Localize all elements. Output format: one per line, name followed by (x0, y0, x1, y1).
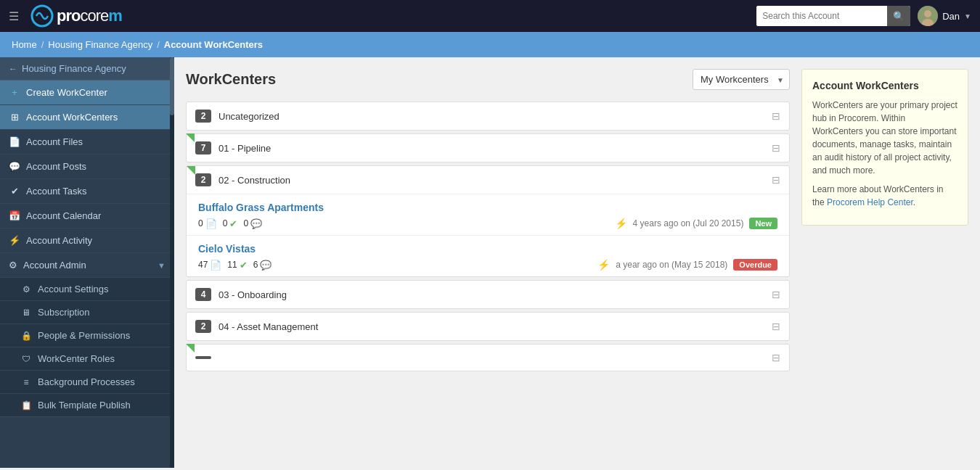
wc-row-label: Uncategorized (219, 111, 772, 122)
workcenter-row-asset-mgmt[interactable]: 2 04 - Asset Management ⊟ (186, 312, 790, 341)
construction-header-wrap: 2 02 - Construction ⊟ (187, 166, 789, 194)
hamburger-icon[interactable]: ☰ (9, 9, 19, 23)
breadcrumb-sep-1: / (41, 39, 44, 50)
right-panel-title: Account WorkCenters (812, 80, 957, 91)
filter-select-wrapper: My Workcenters All Workcenters (693, 69, 790, 90)
meta-left: 47 📄 11 ✔ 6 💬 (198, 260, 271, 271)
badge-new: New (749, 218, 777, 229)
search-input[interactable] (756, 6, 887, 26)
comment-icon: 💬 (250, 218, 262, 229)
wc-collapse-icon: ⊟ (772, 289, 780, 300)
workcenter-row-pipeline[interactable]: 7 01 - Pipeline ⊟ (186, 133, 790, 162)
sidebar-sub-workcenter-roles[interactable]: 🛡 WorkCenter Roles (0, 347, 174, 371)
user-name: Dan (942, 11, 960, 22)
pipeline-triangle (186, 133, 195, 142)
file-count: 47 (198, 260, 208, 270)
list-icon: ≡ (20, 377, 32, 387)
workcenter-row-onboarding[interactable]: 4 03 - Onboarding ⊟ (186, 280, 790, 309)
sub-item-label: Bulk Template Publish (38, 400, 131, 411)
sidebar-back-button[interactable]: ← Housing Finance Agency (0, 57, 174, 81)
sidebar-item-account-workcenters[interactable]: ⊞ Account WorkCenters (0, 105, 174, 130)
sub-item-label: Background Processes (38, 376, 135, 387)
sidebar-back-label: Housing Finance Agency (22, 63, 126, 74)
sidebar-sub-background-processes[interactable]: ≡ Background Processes (0, 371, 174, 394)
lightning-icon: ⚡ (615, 218, 627, 229)
back-arrow-icon: ← (9, 64, 17, 74)
sidebar-item-account-posts[interactable]: 💬 Account Posts (0, 154, 174, 179)
project-meta-buffalo: 0 📄 0 ✔ 0 💬 (198, 218, 777, 229)
sub-item-label: Account Settings (38, 284, 109, 294)
sidebar-item-label: Account Posts (26, 161, 86, 172)
admin-gear-icon: ⚙ (9, 260, 17, 271)
right-panel-para2: Learn more about WorkCenters in the Proc… (812, 183, 957, 209)
user-area[interactable]: Dan ▼ (918, 6, 971, 26)
sidebar-item-label: Create WorkCenter (26, 87, 107, 98)
search-button[interactable]: 🔍 (887, 6, 910, 26)
file-icon: 📄 (210, 260, 221, 271)
subscription-icon: 🖥 (20, 308, 32, 318)
calendar-icon: 📅 (9, 210, 20, 221)
workcenter-row-uncategorized[interactable]: 2 Uncategorized ⊟ (186, 102, 790, 131)
page-title: WorkCenters (186, 71, 276, 88)
sidebar-item-account-files[interactable]: 📄 Account Files (0, 130, 174, 154)
wc-pipeline-container: 7 01 - Pipeline ⊟ (186, 133, 790, 162)
workcenter-row-next[interactable]: ⊟ (186, 344, 790, 371)
sidebar-sub-bulk-template[interactable]: 📋 Bulk Template Publish (0, 394, 174, 417)
wc-collapse-icon: ⊟ (772, 174, 780, 186)
sidebar-item-account-activity[interactable]: ⚡ Account Activity (0, 228, 174, 253)
next-triangle (186, 344, 195, 352)
wc-badge: 2 (195, 173, 211, 186)
wc-row-label: 04 - Asset Management (219, 321, 772, 332)
sidebar-item-create-workcenter[interactable]: + Create WorkCenter (0, 81, 174, 105)
workcenter-construction-header[interactable]: 2 02 - Construction ⊟ (187, 166, 789, 194)
meta-comments-buffalo: 0 💬 (243, 218, 262, 229)
check-icon: ✔ (229, 218, 237, 229)
comment-count: 0 (243, 218, 248, 228)
project-meta-cielo: 47 📄 11 ✔ 6 💬 (198, 259, 777, 271)
logo-icon (30, 4, 54, 28)
breadcrumb-sep-2: / (157, 39, 160, 50)
breadcrumb-current: Account WorkCenters (164, 39, 263, 50)
project-name-buffalo[interactable]: Buffalo Grass Apartments (198, 202, 777, 213)
wc-badge: 2 (195, 110, 211, 123)
comment-icon: 💬 (260, 260, 271, 271)
settings-icon: ⚙ (20, 284, 32, 294)
main-scroll-area: WorkCenters My Workcenters All Workcente… (174, 57, 801, 468)
breadcrumb-home[interactable]: Home (12, 39, 37, 50)
sidebar-item-account-calendar[interactable]: 📅 Account Calendar (0, 204, 174, 228)
sidebar-sub-subscription[interactable]: 🖥 Subscription (0, 301, 174, 324)
task-count: 11 (227, 260, 237, 270)
sidebar-sub-account-settings[interactable]: ⚙ Account Settings (0, 278, 174, 301)
wc-row-label: 01 - Pipeline (219, 143, 772, 154)
sidebar-sub-people-permissions[interactable]: 🔒 People & Permissions (0, 324, 174, 347)
meta-tasks-buffalo: 0 ✔ (223, 218, 238, 229)
file-icon: 📄 (9, 136, 20, 147)
top-navigation: ☰ procorem 🔍 Dan ▼ (0, 0, 980, 32)
avatar (918, 6, 938, 26)
meta-files-cielo: 47 📄 (198, 260, 221, 271)
sidebar-item-label: Account Files (26, 136, 83, 147)
main-layout: ← Housing Finance Agency + Create WorkCe… (0, 57, 980, 468)
meta-right-cielo: ⚡ a year ago on (May 15 2018) Overdue (597, 259, 777, 271)
wc-collapse-icon: ⊟ (772, 321, 780, 332)
admin-caret-icon: ▼ (158, 261, 166, 270)
wc-collapse-icon: ⊟ (772, 110, 780, 122)
sub-item-label: People & Permissions (38, 330, 130, 341)
wc-badge: 7 (195, 141, 211, 154)
sidebar-item-account-tasks[interactable]: ✔ Account Tasks (0, 179, 174, 204)
plus-icon: + (9, 87, 20, 98)
sidebar-item-label: Account Calendar (26, 210, 101, 221)
scrollbar-thumb[interactable] (170, 57, 174, 115)
project-name-cielo[interactable]: Cielo Vistas (198, 243, 777, 255)
logo-area: procorem (30, 4, 749, 28)
breadcrumb: Home / Housing Finance Agency / Account … (0, 32, 980, 57)
breadcrumb-org[interactable]: Housing Finance Agency (48, 39, 152, 50)
content-area: WorkCenters My Workcenters All Workcente… (174, 57, 980, 468)
sidebar-admin-header[interactable]: ⚙ Account Admin ▼ (0, 253, 174, 278)
wc-row-label: 03 - Onboarding (219, 289, 772, 300)
lightning-icon: ⚡ (597, 259, 610, 271)
help-center-link[interactable]: Procorem Help Center (827, 197, 913, 207)
filter-select[interactable]: My Workcenters All Workcenters (693, 69, 790, 90)
wc-badge: 4 (195, 288, 211, 301)
sidebar: ← Housing Finance Agency + Create WorkCe… (0, 57, 174, 468)
